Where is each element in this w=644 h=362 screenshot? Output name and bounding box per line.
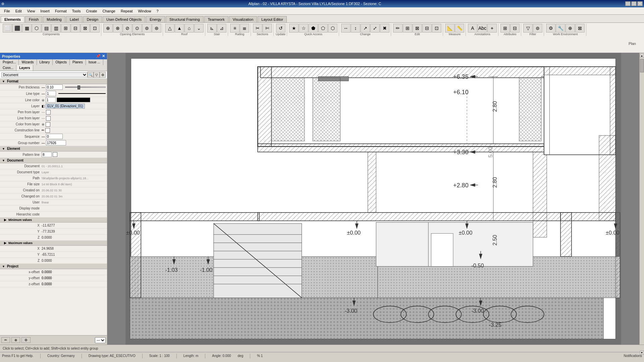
tb-btn-28[interactable]: ★: [289, 24, 299, 33]
document-select[interactable]: Document: [1, 72, 88, 77]
canvas-area[interactable]: +6.60 +6.35 +6.10 +3.30 +3.30 +2.80: [107, 53, 639, 345]
layer-badge[interactable]: ELV_01 (Elevazioni_01): [46, 104, 85, 109]
tb-btn-20[interactable]: ⌄: [194, 24, 204, 33]
vertical-scrollbar[interactable]: ▲ ▼: [639, 53, 644, 345]
pattern-line-input[interactable]: [42, 152, 52, 157]
window-controls[interactable]: — □ ✕: [625, 1, 643, 6]
panel-view-select[interactable]: —: [95, 337, 106, 343]
panel-tab-objects[interactable]: Objects: [53, 59, 70, 65]
tab-visualization[interactable]: Visualization: [229, 16, 257, 22]
tb-btn-52[interactable]: ⚙: [546, 24, 555, 33]
tb-btn-29[interactable]: ☆: [299, 24, 308, 33]
panel-tab-planes[interactable]: Planes: [70, 59, 86, 65]
close-button[interactable]: ✕: [637, 1, 643, 6]
panel-tool-3[interactable]: ⚙: [21, 337, 31, 343]
tb-btn-33[interactable]: ↔: [341, 24, 351, 33]
tb-btn-51[interactable]: ⊚: [533, 24, 542, 33]
menu-insert[interactable]: Insert: [38, 8, 52, 14]
tb-btn-27[interactable]: ↺: [276, 24, 285, 33]
tb-btn-55[interactable]: ⊠: [575, 24, 585, 33]
group-number-input[interactable]: [46, 140, 66, 145]
menu-repeat[interactable]: Repeat: [118, 8, 135, 14]
tb-btn-5[interactable]: ▤: [42, 24, 51, 33]
menu-view[interactable]: View: [24, 8, 38, 14]
tb-btn-22[interactable]: ⊿: [217, 24, 226, 33]
tb-btn-3[interactable]: ▦: [22, 24, 32, 33]
tb-btn-37[interactable]: ✖: [380, 24, 389, 33]
panel-tool-2[interactable]: ⊕: [11, 337, 20, 343]
pattern-line-checkbox[interactable]: [53, 152, 57, 157]
tb-btn-47[interactable]: ⌖: [487, 24, 497, 33]
tb-btn-12[interactable]: ⊗: [113, 24, 122, 33]
tb-btn-30[interactable]: ⬟: [309, 24, 318, 33]
tb-btn-19[interactable]: ⌂: [184, 24, 194, 33]
sequence-input[interactable]: [46, 134, 63, 139]
tab-teamwork[interactable]: Teamwork: [204, 16, 228, 22]
tb-btn-17[interactable]: △: [165, 24, 174, 33]
tb-btn-38[interactable]: ✏: [393, 24, 402, 33]
project-section-header[interactable]: ▼ Project: [0, 264, 107, 269]
panel-pin-button[interactable]: 📌: [96, 54, 101, 58]
format-section-header[interactable]: ▼ Format: [0, 79, 107, 84]
tb-btn-8[interactable]: ⊟: [71, 24, 80, 33]
panel-tab-project[interactable]: Project...: [0, 59, 19, 65]
line-type-input[interactable]: [46, 91, 56, 96]
tb-btn-7[interactable]: ⊞: [61, 24, 70, 33]
tab-elements[interactable]: Elements: [1, 16, 24, 22]
doc-settings-button[interactable]: ⚙: [100, 72, 106, 78]
element-section-header[interactable]: ▼ Element: [0, 146, 107, 152]
tb-btn-35[interactable]: ↗: [361, 24, 370, 33]
pen-from-layer-checkbox[interactable]: [46, 110, 51, 115]
document-section-header[interactable]: ▼ Document: [0, 158, 107, 163]
panel-tab-wizards[interactable]: Wizards: [19, 59, 37, 65]
tab-modeling[interactable]: Modeling: [43, 16, 65, 22]
tb-btn-11[interactable]: ⊕: [103, 24, 113, 33]
tb-btn-31[interactable]: ⬠: [318, 24, 328, 33]
menu-help[interactable]: ?: [154, 8, 161, 14]
tb-btn-4[interactable]: ⬡: [32, 24, 41, 33]
tb-btn-6[interactable]: ▥: [51, 24, 61, 33]
tb-btn-25[interactable]: ✂: [253, 24, 262, 33]
tb-btn-34[interactable]: ↕: [351, 24, 360, 33]
tb-btn-36[interactable]: ⤢: [370, 24, 380, 33]
maximize-button[interactable]: □: [631, 1, 637, 6]
menu-change[interactable]: Change: [100, 8, 118, 14]
tb-btn-45[interactable]: A: [468, 24, 477, 33]
tb-btn-23[interactable]: ≡: [230, 24, 239, 33]
tb-btn-15[interactable]: ⊚: [142, 24, 152, 33]
tb-btn-13[interactable]: ⊘: [123, 24, 132, 33]
tb-btn-32[interactable]: ⬡: [328, 24, 337, 33]
tb-btn-46[interactable]: Abc: [478, 24, 487, 33]
tb-btn-1[interactable]: ⬜: [3, 24, 12, 33]
tb-btn-44[interactable]: 📏: [455, 24, 464, 33]
doc-search-button[interactable]: 🔍: [88, 72, 94, 78]
pen-thickness-input[interactable]: [46, 84, 63, 90]
menu-tools[interactable]: Tools: [69, 8, 84, 14]
tb-btn-26[interactable]: ✄: [263, 24, 272, 33]
panel-tab-conn[interactable]: Conn...: [0, 65, 16, 71]
tb-btn-42[interactable]: ⊡: [432, 24, 441, 33]
tab-energy[interactable]: Energy: [146, 16, 165, 22]
menu-create[interactable]: Create: [83, 8, 100, 14]
tb-btn-16[interactable]: ⊛: [152, 24, 161, 33]
doc-filter-button[interactable]: ▽: [94, 72, 100, 78]
panel-tab-layers[interactable]: Layers: [16, 65, 33, 71]
tb-btn-9[interactable]: ⊠: [80, 24, 90, 33]
tb-btn-24[interactable]: ≣: [240, 24, 249, 33]
tb-btn-43[interactable]: 📐: [445, 24, 454, 33]
tb-btn-21[interactable]: ⊾: [207, 24, 217, 33]
min-values-header[interactable]: ▶ Minimum values: [0, 218, 107, 223]
scroll-thumb[interactable]: [640, 59, 644, 72]
tb-btn-14[interactable]: ⊙: [132, 24, 142, 33]
minimize-button[interactable]: —: [625, 1, 631, 6]
menu-edit[interactable]: Edit: [13, 8, 24, 14]
tb-btn-53[interactable]: 🔧: [556, 24, 565, 33]
construction-line-checkbox[interactable]: [45, 128, 50, 133]
tab-structural[interactable]: Structural Framing: [166, 16, 203, 22]
tb-btn-48[interactable]: ⊞: [500, 24, 510, 33]
tab-finish[interactable]: Finish: [25, 16, 42, 22]
tab-design[interactable]: Design: [83, 16, 102, 22]
line-color-input[interactable]: [46, 97, 56, 103]
tb-btn-10[interactable]: ⊡: [90, 24, 100, 33]
panel-tool-1[interactable]: ✏: [1, 337, 10, 343]
